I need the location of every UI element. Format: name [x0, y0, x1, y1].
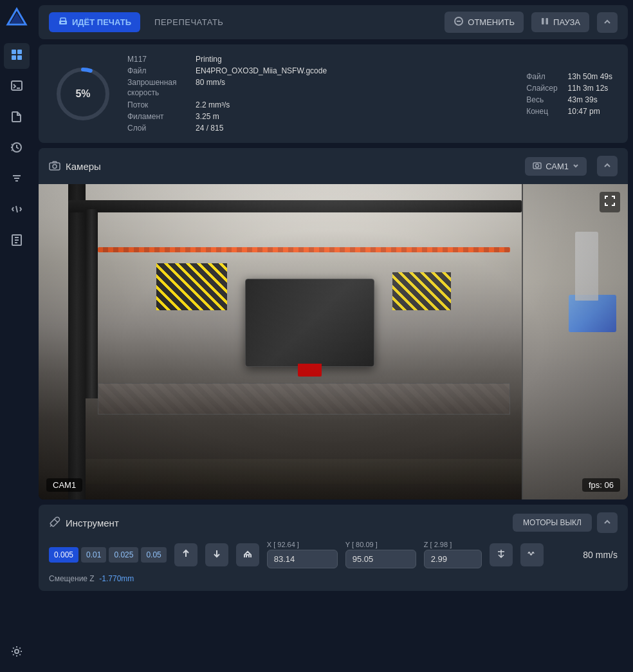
z-wave-button[interactable] — [520, 543, 544, 566]
sidebar-item-tune[interactable] — [4, 167, 30, 192]
sidebar-item-history[interactable] — [4, 136, 30, 162]
filament-label: Филамент — [127, 112, 185, 121]
x-coord-field: X [ 92.64 ] — [267, 541, 338, 568]
z-coord-label: Z [ 2.98 ] — [424, 541, 482, 548]
cancel-icon — [454, 16, 464, 28]
right-file-value: 13h 50m 49s — [568, 72, 612, 81]
m117-value: Printing — [196, 55, 490, 64]
app-logo — [5, 6, 28, 32]
z-offset-row: Смещение Z -1.770mm — [49, 574, 618, 583]
z-coord-field: Z [ 2.98 ] — [424, 541, 482, 568]
filament-value: 3.25 m — [196, 112, 490, 121]
main-content: ИДЁТ ПЕЧАТЬ ПЕРЕПЕЧАТАТЬ ОТМЕНИТЬ ПАУЗА — [33, 0, 633, 672]
pause-button[interactable]: ПАУЗА — [531, 12, 589, 32]
svg-rect-3 — [17, 50, 22, 54]
cam-selector-label: САМ1 — [546, 162, 569, 171]
svg-rect-2 — [12, 50, 16, 54]
y-coord-field: Y [ 80.09 ] — [345, 541, 416, 568]
speed-value: 80 mm/s — [583, 550, 618, 560]
flow-value: 2.2 mm³/s — [196, 100, 490, 109]
y-coord-input[interactable] — [345, 550, 416, 568]
collapse-tool-button[interactable] — [597, 512, 618, 533]
cam-icon — [533, 161, 542, 172]
reprint-button[interactable]: ПЕРЕПЕЧАТАТЬ — [148, 14, 230, 31]
cam1-label: CAM1 — [46, 478, 82, 492]
z-offset-value: -1.770mm — [99, 574, 134, 583]
progress-percent: 5% — [75, 88, 90, 100]
z-offset-label: Смещение Z — [49, 574, 95, 583]
collapse-cameras-button[interactable] — [597, 156, 618, 176]
y-coord-label: Y [ 80.09 ] — [345, 541, 416, 548]
tool-controls: 0.005 0.01 0.025 0.05 — [49, 541, 618, 568]
svg-rect-15 — [546, 18, 549, 24]
progress-circle: 5% — [54, 65, 112, 123]
cancel-button[interactable]: ОТМЕНИТЬ — [445, 12, 524, 33]
flow-label: Поток — [127, 100, 185, 109]
motors-off-button[interactable]: МОТОРЫ ВЫКЛ — [513, 514, 592, 532]
slicer-value: 11h 3m 12s — [568, 84, 612, 93]
home-button[interactable] — [236, 543, 259, 566]
print-status-badge: ИДЁТ ПЕЧАТЬ — [49, 12, 140, 32]
file-value: EN4PRO_OXO3D_Miia_NSFW.gcode — [196, 66, 490, 75]
sidebar-item-terminal[interactable] — [4, 74, 30, 100]
fps-label: fps: 06 — [582, 478, 620, 492]
tune-icon — [10, 172, 23, 188]
end-label: Конец — [526, 107, 557, 116]
sidebar — [0, 0, 33, 672]
chevron-down-icon — [573, 162, 579, 170]
sidebar-item-files[interactable] — [4, 105, 30, 131]
svg-point-21 — [536, 164, 539, 167]
terminal-icon — [10, 79, 23, 95]
pause-icon — [540, 17, 549, 28]
z-coord-input[interactable] — [424, 550, 482, 568]
layer-label: Слой — [127, 124, 185, 133]
svg-rect-18 — [50, 163, 60, 170]
collapse-topbar-button[interactable] — [597, 12, 618, 33]
top-bar: ИДЁТ ПЕЧАТЬ ПЕРЕПЕЧАТАТЬ ОТМЕНИТЬ ПАУЗА — [39, 5, 628, 39]
layer-value: 24 / 815 — [196, 124, 490, 133]
settings-icon — [10, 645, 23, 661]
cameras-section-header: Камеры САМ1 — [39, 148, 628, 184]
cam-selector-button[interactable]: САМ1 — [525, 157, 587, 176]
print-info-right: Файл 13h 50m 49s Слайсер 11h 3m 12s Весь… — [526, 72, 612, 116]
svg-rect-5 — [17, 55, 22, 60]
cameras-section-title: Камеры — [66, 161, 520, 172]
x-coord-input[interactable] — [267, 550, 338, 568]
svg-point-12 — [65, 22, 66, 23]
move-up-button[interactable] — [174, 543, 197, 566]
sidebar-item-settings[interactable] — [4, 640, 30, 666]
move-down-button[interactable] — [205, 543, 228, 566]
step-btn-0005[interactable]: 0.005 — [49, 547, 78, 563]
chevron-up-icon — [603, 17, 611, 28]
slicer-label: Слайсер — [526, 84, 557, 93]
sidebar-item-macros[interactable] — [4, 198, 30, 223]
print-info-left: M117 Printing Файл EN4PRO_OXO3D_Miia_NSF… — [127, 55, 490, 133]
cameras-section: Камеры САМ1 — [39, 148, 628, 499]
tool-section-icon — [49, 516, 60, 530]
step-btn-005[interactable]: 0.05 — [141, 547, 166, 563]
wave-icon — [527, 548, 537, 561]
requested-speed-value: 80 mm/s — [196, 78, 490, 98]
sidebar-item-dashboard[interactable] — [4, 43, 30, 69]
x-coord-label: X [ 92.64 ] — [267, 541, 338, 548]
docs-icon — [10, 234, 23, 250]
camera-feed: CAM1 fps: 06 — [39, 184, 628, 499]
history-icon — [10, 141, 23, 157]
svg-point-19 — [53, 164, 57, 168]
step-btn-001[interactable]: 0.01 — [81, 547, 106, 563]
svg-rect-11 — [61, 22, 65, 23]
weight-label: Весь — [526, 95, 557, 104]
files-icon — [10, 110, 23, 126]
tool-section-title: Инструмент — [66, 518, 508, 528]
print-status-label: ИДЁТ ПЕЧАТЬ — [72, 17, 131, 27]
step-btn-0025[interactable]: 0.025 — [109, 547, 138, 563]
fullscreen-button[interactable] — [600, 192, 620, 212]
z-home-button[interactable] — [490, 543, 513, 566]
camera-section-icon — [49, 160, 60, 173]
requested-speed-label: Запрошенная скорость — [127, 78, 185, 98]
save-icon — [243, 548, 253, 561]
chevron-up-cameras-icon — [603, 161, 611, 171]
chevron-up-tool-icon — [603, 518, 611, 528]
step-buttons: 0.005 0.01 0.025 0.05 — [49, 547, 167, 563]
sidebar-item-docs[interactable] — [4, 229, 30, 254]
